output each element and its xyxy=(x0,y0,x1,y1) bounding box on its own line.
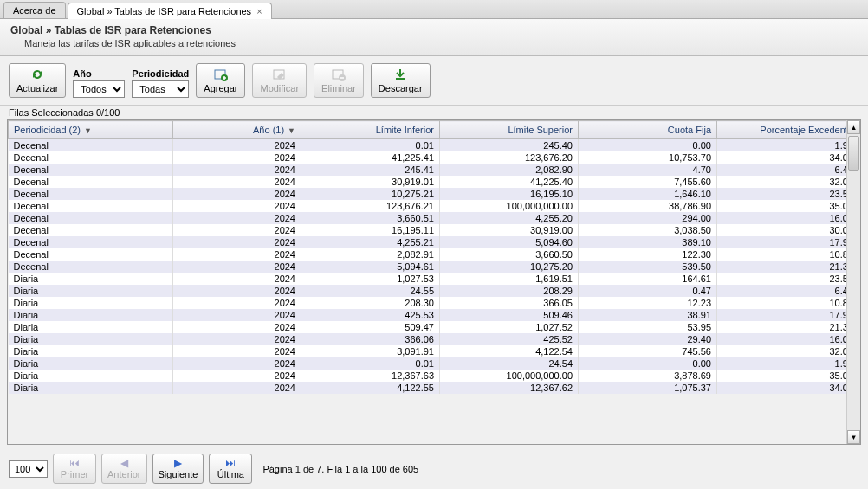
table-row[interactable]: Decenal202441,225.41123,676.2010,753.703… xyxy=(9,151,847,164)
table-row[interactable]: Decenal20240.01245.400.001.92 xyxy=(9,139,847,152)
cell-cuota-fija: 10,753.70 xyxy=(579,151,717,164)
table-row[interactable]: Decenal20245,094.6110,275.20539.5021.36 xyxy=(9,261,847,273)
cell-ano: 2024 xyxy=(173,176,301,188)
cell-periodicidad: Diaria xyxy=(9,285,173,297)
next-page-button[interactable]: ▶ Siguiente xyxy=(152,454,204,484)
cell-cuota-fija: 12.23 xyxy=(579,297,717,309)
cell-periodicidad: Decenal xyxy=(9,236,173,248)
cell-limite-superior: 12,367.62 xyxy=(440,382,579,394)
table-row[interactable]: Diaria2024425.53509.4638.9117.92 xyxy=(9,309,847,321)
table-row[interactable]: Decenal202430,919.0141,225.407,455.6032.… xyxy=(9,176,847,188)
col-periodicidad[interactable]: Periodicidad (2)▼ xyxy=(9,121,173,139)
cell-limite-superior: 16,195.10 xyxy=(440,188,579,200)
cell-periodicidad: Diaria xyxy=(9,273,173,285)
table-row[interactable]: Diaria202412,367.63100,000,000.003,878.6… xyxy=(9,370,847,382)
tab-isr-retenciones[interactable]: Global » Tablas de ISR para Retenciones … xyxy=(68,3,272,19)
table-row[interactable]: Diaria20243,091.914,122.54745.5632.00 xyxy=(9,345,847,357)
table-row[interactable]: Decenal2024245.412,082.904.706.40 xyxy=(9,164,847,176)
pager-status: Página 1 de 7. Fila 1 a la 100 de 605 xyxy=(262,464,418,474)
table-row[interactable]: Diaria2024366.06425.5229.4016.00 xyxy=(9,333,847,345)
tab-acerca-de[interactable]: Acerca de xyxy=(3,2,66,18)
add-icon xyxy=(214,68,228,81)
table-row[interactable]: Decenal20244,255.215,094.60389.1017.92 xyxy=(9,236,847,248)
table-row[interactable]: Diaria20244,122.5512,367.621,075.3734.00 xyxy=(9,382,847,394)
table-row[interactable]: Diaria2024208.30366.0512.2310.88 xyxy=(9,297,847,309)
modify-button: Modificar xyxy=(252,63,307,98)
cell-ano: 2024 xyxy=(173,309,301,321)
col-porcentaje-excedente[interactable]: Porcentaje Excedente xyxy=(717,121,847,139)
periodicity-select[interactable]: Todas xyxy=(132,80,189,98)
cell-limite-superior: 4,122.54 xyxy=(440,345,579,357)
refresh-button[interactable]: Actualizar xyxy=(9,63,66,98)
page-size-select[interactable]: 100 xyxy=(9,460,48,478)
cell-ano: 2024 xyxy=(173,224,301,236)
col-ano[interactable]: Año (1)▼ xyxy=(173,121,301,139)
table-row[interactable]: Diaria2024509.471,027.5253.9521.36 xyxy=(9,321,847,333)
sort-desc-icon: ▼ xyxy=(84,126,92,135)
cell-periodicidad: Diaria xyxy=(9,333,173,345)
scroll-thumb[interactable] xyxy=(848,136,859,171)
col-limite-superior[interactable]: Límite Superior xyxy=(440,121,579,139)
button-label: Actualizar xyxy=(16,83,58,93)
cell-limite-inferior: 4,122.55 xyxy=(301,382,440,394)
cell-periodicidad: Diaria xyxy=(9,321,173,333)
cell-limite-inferior: 41,225.41 xyxy=(301,151,440,164)
col-cuota-fija[interactable]: Cuota Fija xyxy=(579,121,717,139)
cell-limite-inferior: 509.47 xyxy=(301,321,440,333)
cell-ano: 2024 xyxy=(173,333,301,345)
cell-ano: 2024 xyxy=(173,273,301,285)
table-row[interactable]: Decenal202416,195.1130,919.003,038.5030.… xyxy=(9,224,847,236)
year-select[interactable]: Todos xyxy=(73,80,125,98)
cell-limite-superior: 3,660.50 xyxy=(440,248,579,261)
cell-porcentaje-excedente: 17.92 xyxy=(717,236,847,248)
tab-label: Acerca de xyxy=(13,5,56,16)
scroll-up-icon[interactable]: ▲ xyxy=(847,120,860,134)
cell-limite-superior: 1,027.52 xyxy=(440,321,579,333)
table-row[interactable]: Decenal20243,660.514,255.20294.0016.00 xyxy=(9,212,847,224)
cell-limite-superior: 24.54 xyxy=(440,357,579,370)
tab-label: Global » Tablas de ISR para Retenciones xyxy=(77,6,252,16)
data-grid: Periodicidad (2)▼ Año (1)▼ Límite Inferi… xyxy=(7,119,861,445)
table-row[interactable]: Diaria202424.55208.290.476.40 xyxy=(9,285,847,297)
download-button[interactable]: Descargar xyxy=(371,63,431,98)
button-label: Última xyxy=(217,469,244,479)
cell-periodicidad: Decenal xyxy=(9,224,173,236)
cell-cuota-fija: 38,786.90 xyxy=(579,200,717,212)
table-row[interactable]: Diaria20240.0124.540.001.92 xyxy=(9,357,847,370)
vertical-scrollbar[interactable]: ▲ ▼ xyxy=(846,120,860,444)
cell-periodicidad: Diaria xyxy=(9,370,173,382)
cell-periodicidad: Decenal xyxy=(9,164,173,176)
cell-porcentaje-excedente: 35.00 xyxy=(717,370,847,382)
cell-cuota-fija: 53.95 xyxy=(579,321,717,333)
periodicity-field: Periodicidad Todas xyxy=(132,68,189,98)
cell-ano: 2024 xyxy=(173,200,301,212)
cell-periodicidad: Diaria xyxy=(9,345,173,357)
cell-limite-superior: 2,082.90 xyxy=(440,164,579,176)
cell-periodicidad: Diaria xyxy=(9,297,173,309)
cell-ano: 2024 xyxy=(173,151,301,164)
close-icon[interactable]: × xyxy=(256,6,262,16)
cell-cuota-fija: 3,878.69 xyxy=(579,370,717,382)
cell-cuota-fija: 122.30 xyxy=(579,248,717,261)
cell-cuota-fija: 164.61 xyxy=(579,273,717,285)
cell-periodicidad: Decenal xyxy=(9,188,173,200)
cell-ano: 2024 xyxy=(173,261,301,273)
table-row[interactable]: Decenal202410,275.2116,195.101,646.1023.… xyxy=(9,188,847,200)
col-limite-inferior[interactable]: Límite Inferior xyxy=(301,121,440,139)
scroll-down-icon[interactable]: ▼ xyxy=(847,430,860,444)
cell-limite-superior: 4,255.20 xyxy=(440,212,579,224)
cell-limite-inferior: 366.06 xyxy=(301,333,440,345)
table-row[interactable]: Decenal2024123,676.21100,000,000.0038,78… xyxy=(9,200,847,212)
table-row[interactable]: Diaria20241,027.531,619.51164.6123.52 xyxy=(9,273,847,285)
edit-icon xyxy=(273,68,287,81)
add-button[interactable]: Agregar xyxy=(196,63,245,98)
cell-limite-superior: 100,000,000.00 xyxy=(440,200,579,212)
button-label: Primer xyxy=(61,469,88,479)
cell-limite-inferior: 0.01 xyxy=(301,139,440,152)
cell-cuota-fija: 389.10 xyxy=(579,236,717,248)
year-label: Año xyxy=(73,68,125,79)
cell-cuota-fija: 7,455.60 xyxy=(579,176,717,188)
table-row[interactable]: Decenal20242,082.913,660.50122.3010.88 xyxy=(9,248,847,261)
last-page-button[interactable]: ⏭ Última xyxy=(209,454,252,484)
next-icon: ▶ xyxy=(174,458,182,468)
